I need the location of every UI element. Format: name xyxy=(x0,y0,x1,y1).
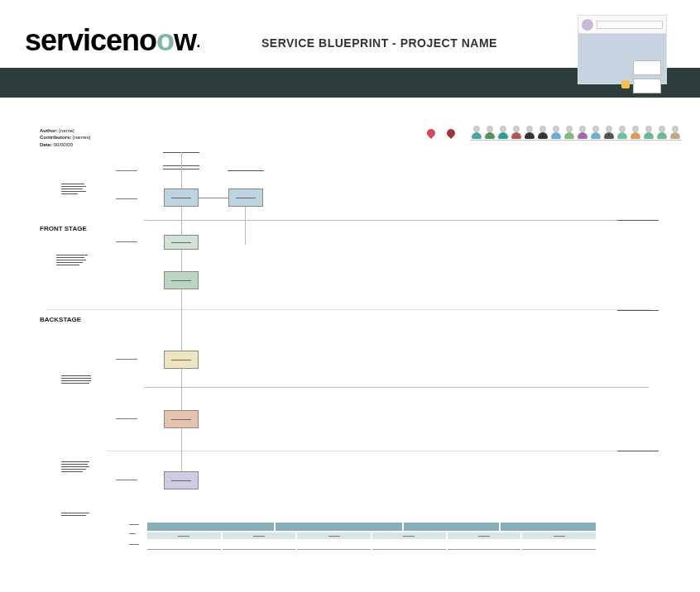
step-box-blue-2[interactable] xyxy=(228,189,263,207)
logo-text-pre: serviceno xyxy=(25,23,156,57)
front-stage-label: FRONT STAGE xyxy=(40,225,87,232)
divider-front-back xyxy=(46,309,650,310)
mock-field-1 xyxy=(633,60,661,75)
table-row xyxy=(147,532,596,539)
browser-mockup-top xyxy=(578,16,666,34)
table-header-cell xyxy=(276,523,402,531)
table-rule xyxy=(448,549,521,550)
step-box-green[interactable] xyxy=(164,271,199,289)
backstage-label: BACKSTAGE xyxy=(40,316,81,323)
bell-icon xyxy=(621,80,630,88)
lane-col-label xyxy=(116,480,137,480)
table-rule xyxy=(223,549,296,550)
connector-vert-2 xyxy=(245,203,246,245)
table-cell xyxy=(297,532,371,539)
lane-text-5 xyxy=(61,513,89,516)
lane-text-2 xyxy=(56,255,88,265)
step-box-orange[interactable] xyxy=(164,410,199,428)
table-rule xyxy=(147,549,221,550)
lane-text-1 xyxy=(61,184,86,194)
lane-text-3 xyxy=(61,375,91,384)
logo-dot: . xyxy=(196,34,199,50)
logo-text-post: w xyxy=(174,23,196,57)
swimlane-rule-2 xyxy=(144,387,649,388)
browser-mockup xyxy=(578,15,667,84)
blueprint-canvas: FRONT STAGE BACKSTAGE xyxy=(0,124,700,592)
step-box-purple[interactable] xyxy=(164,471,199,489)
table-cell xyxy=(372,532,446,539)
table-rule xyxy=(297,549,371,550)
lane-col-label xyxy=(116,241,137,242)
lane-col-label xyxy=(116,170,137,171)
lane-col-label xyxy=(116,418,137,419)
lane-col-label xyxy=(116,198,137,199)
table-row xyxy=(147,549,596,550)
step-box-yellow[interactable] xyxy=(164,351,199,369)
swimlane-rule-1 xyxy=(144,220,649,221)
connector-horiz xyxy=(199,198,228,198)
table-cell xyxy=(522,532,596,539)
table-rule xyxy=(522,549,596,550)
table-cell xyxy=(448,532,521,539)
step-box-green-light[interactable] xyxy=(164,235,199,250)
avatar-icon xyxy=(582,19,593,31)
right-rule xyxy=(617,451,659,451)
divider-lower xyxy=(108,451,645,451)
lane-col-label xyxy=(116,359,137,360)
table-rule xyxy=(372,549,446,550)
table-header-cell xyxy=(147,523,274,531)
page-title: SERVICE BLUEPRINT - PROJECT NAME xyxy=(261,36,497,50)
column-rule xyxy=(228,170,264,171)
table-header-cell xyxy=(404,523,499,531)
right-rule xyxy=(617,220,659,221)
table-header-cell xyxy=(501,523,596,531)
header: servicenoow. SERVICE BLUEPRINT - PROJECT… xyxy=(0,0,700,68)
logo-text-g: o xyxy=(156,23,174,57)
address-bar xyxy=(597,21,663,29)
table-header-row xyxy=(147,523,596,531)
servicenow-logo: servicenoow. xyxy=(25,23,199,58)
table-row-labels xyxy=(129,524,139,545)
metrics-table xyxy=(147,523,596,550)
table-cell xyxy=(223,532,296,539)
right-rule xyxy=(617,310,659,311)
table-cell xyxy=(147,532,221,539)
lane-text-4 xyxy=(61,461,89,472)
mock-field-2 xyxy=(633,79,661,93)
step-box-blue-1[interactable] xyxy=(164,189,199,207)
